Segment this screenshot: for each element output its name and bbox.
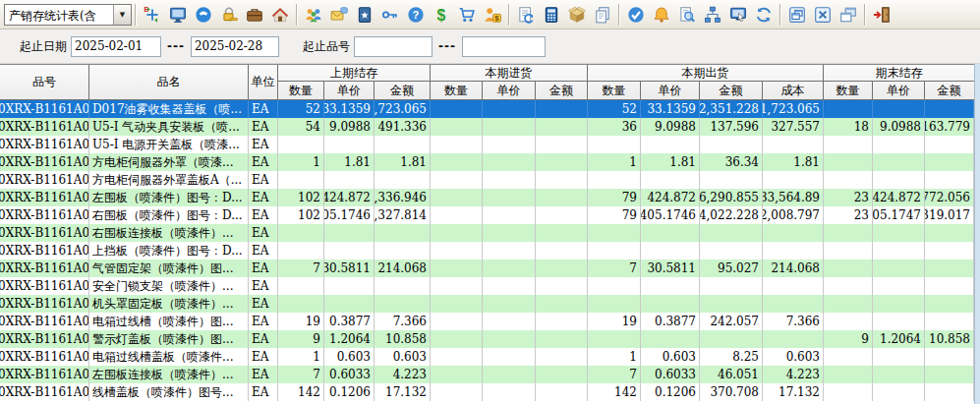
window-close-icon[interactable] [810,3,836,27]
cell-purchase-qty[interactable] [431,136,483,153]
cell-purchase-qty[interactable] [431,348,483,366]
table-row[interactable]: 0XRX-B1161A0...气管固定架（喷漆件）图...EA730.58112… [0,260,974,277]
cell-unit[interactable]: EA [249,171,278,189]
cell-end-amount[interactable] [925,295,974,313]
box-icon[interactable] [564,3,590,27]
cell-ship-price[interactable] [641,295,700,313]
report-type-value[interactable]: 产销存统计表(含 [5,5,113,25]
cell-end-qty[interactable]: 23 [824,206,873,224]
cell-ship-price[interactable]: 0.3877 [641,313,700,330]
cell-ship-qty[interactable]: 36 [588,118,641,136]
table-row[interactable]: 0XRX-B1161A0...电箱过线槽盖板（喷漆件...EA10.6030.6… [0,348,974,366]
dollar-icon[interactable]: $ [429,3,454,27]
cell-ship-amount[interactable]: 2,351.228 [700,100,763,118]
cell-prev-qty[interactable]: 7 [278,260,324,277]
cell-item-no[interactable]: 0XRX-B1161A0... [0,100,89,118]
table-row[interactable]: 0XRX-B1161A0...安全门锁支架（喷漆件）...EA [0,277,974,295]
bell-icon[interactable] [649,3,674,27]
card-star-icon[interactable] [352,3,377,27]
cell-purchase-qty[interactable] [431,153,483,171]
cell-prev-qty[interactable] [278,171,324,189]
cell-end-amount[interactable] [925,277,974,295]
cell-purchase-qty[interactable] [431,206,483,224]
cell-ship-amount[interactable] [700,171,763,189]
cell-purchase-price[interactable] [483,206,536,224]
table-row[interactable]: 0XRX-B1161A0...左围板连接板（喷漆件）...EA70.60334.… [0,366,974,383]
cell-unit[interactable]: EA [249,136,278,153]
cell-ship-amount[interactable]: 36.34 [700,153,763,171]
cell-purchase-amount[interactable] [536,171,588,189]
cell-prev-price[interactable] [324,242,375,260]
cell-prev-qty[interactable]: 19 [278,313,324,330]
cell-end-qty[interactable] [824,100,873,118]
search-document-icon[interactable] [674,3,700,27]
cell-prev-price[interactable]: 0.3877 [324,313,375,330]
cell-purchase-price[interactable] [483,383,536,401]
col-header-end-amount[interactable]: 金额 [925,82,973,99]
cell-ship-qty[interactable]: 79 [588,189,641,206]
cell-end-price[interactable] [873,100,925,118]
cell-item-no[interactable]: 0XRX-B1161A0... [0,118,89,136]
cell-unit[interactable]: EA [249,118,278,136]
cell-prev-qty[interactable]: 142 [278,383,324,401]
cell-ship-qty[interactable]: 1 [588,348,641,366]
col-header-prev-price[interactable]: 单价 [324,82,375,99]
cell-prev-price[interactable] [324,136,375,153]
cell-item-no[interactable]: 0XRX-B1161A0... [0,330,89,348]
cell-ship-cost[interactable]: 327.557 [763,118,824,136]
col-header-end-price[interactable]: 单价 [873,82,925,99]
cell-end-qty[interactable] [824,136,873,153]
cell-ship-cost[interactable] [763,295,824,313]
cell-purchase-price[interactable] [483,100,536,118]
cell-end-qty[interactable]: 18 [824,118,873,136]
cell-ship-price[interactable] [641,136,700,153]
cell-ship-qty[interactable] [588,277,641,295]
cell-purchase-amount[interactable] [536,153,588,171]
cell-purchase-price[interactable] [483,366,536,383]
cell-unit[interactable]: EA [249,313,278,330]
cell-purchase-amount[interactable] [536,295,588,313]
cell-purchase-qty[interactable] [431,118,483,136]
cell-ship-price[interactable]: 9.0988 [641,118,700,136]
col-header-prev-qty[interactable]: 数量 [278,82,324,99]
cell-purchase-qty[interactable] [431,260,483,277]
cell-ship-amount[interactable] [700,330,763,348]
cell-end-amount[interactable]: 9,772.056 [925,189,974,206]
cell-prev-qty[interactable] [278,242,324,260]
cell-prev-price[interactable]: 0.6033 [324,366,375,383]
cell-end-price[interactable] [873,171,925,189]
cell-ship-cost[interactable]: 0.603 [763,348,824,366]
cell-ship-cost[interactable]: 1.81 [763,153,824,171]
cell-purchase-amount[interactable] [536,313,588,330]
col-header-ship-qty[interactable]: 数量 [588,82,641,99]
cell-unit[interactable]: EA [249,224,278,242]
table-row[interactable]: 0XRX-B1161A0...D017油雾收集器盖板（喷...EA5233.13… [0,100,974,118]
cell-ship-amount[interactable] [700,295,763,313]
col-header-ship-amount[interactable]: 金额 [700,82,763,99]
cell-item-name[interactable]: 电箱过线槽盖板（喷漆件... [89,348,249,366]
cell-purchase-price[interactable] [483,171,536,189]
cell-ship-amount[interactable]: 95.027 [700,260,763,277]
cell-ship-cost[interactable] [763,242,824,260]
cell-prev-amount[interactable]: 17.132 [375,383,431,401]
group-label-purchase[interactable]: 本期进货 [431,65,587,82]
cell-end-price[interactable] [873,153,925,171]
cell-unit[interactable]: EA [249,295,278,313]
col-header-item-name[interactable]: 品名 [89,65,249,99]
cell-prev-amount[interactable]: 491.336 [375,118,431,136]
cell-unit[interactable]: EA [249,348,278,366]
exit-icon[interactable] [869,3,894,27]
refresh-icon[interactable] [751,3,777,27]
cell-item-name[interactable]: U5-I 电源开关盖板（喷漆... [89,136,249,153]
cell-ship-price[interactable] [641,277,700,295]
cell-ship-qty[interactable] [588,171,641,189]
cell-ship-price[interactable]: 405.1746 [641,206,700,224]
cell-purchase-amount[interactable] [536,330,588,348]
cell-ship-cost[interactable] [763,224,824,242]
table-row[interactable]: 0XRX-B1161A0...机头罩固定板（喷漆件）...EA [0,295,974,313]
cell-ship-cost[interactable]: 1,723.065 [763,100,824,118]
cell-end-price[interactable] [873,383,925,401]
cell-end-amount[interactable] [925,383,974,401]
cell-prev-amount[interactable]: 1.81 [375,153,431,171]
cell-purchase-price[interactable] [483,242,536,260]
